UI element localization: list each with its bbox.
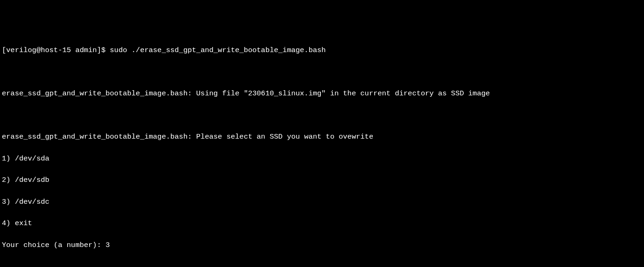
output-select-prompt: erase_ssd_gpt_and_write_bootable_image.b…	[2, 132, 642, 142]
menu-option-4: 4) exit	[2, 218, 642, 229]
command-input[interactable]: sudo ./erase_ssd_gpt_and_write_bootable_…	[110, 46, 326, 54]
prompt-line: [verilog@host-15 admin]$ sudo ./erase_ss…	[2, 45, 642, 56]
blank-line	[2, 67, 642, 78]
output-using-file: erase_ssd_gpt_and_write_bootable_image.b…	[2, 88, 642, 99]
menu-option-3: 3) /dev/sdc	[2, 197, 642, 207]
choice-prompt: Your choice (a number):	[2, 241, 105, 249]
blank-line	[2, 110, 642, 121]
blank-line	[2, 261, 642, 267]
choice-line: Your choice (a number): 3	[2, 240, 642, 251]
menu-option-1: 1) /dev/sda	[2, 154, 642, 164]
choice-input[interactable]: 3	[105, 241, 110, 249]
menu-option-2: 2) /dev/sdb	[2, 175, 642, 186]
shell-prompt: [verilog@host-15 admin]$	[2, 46, 110, 54]
